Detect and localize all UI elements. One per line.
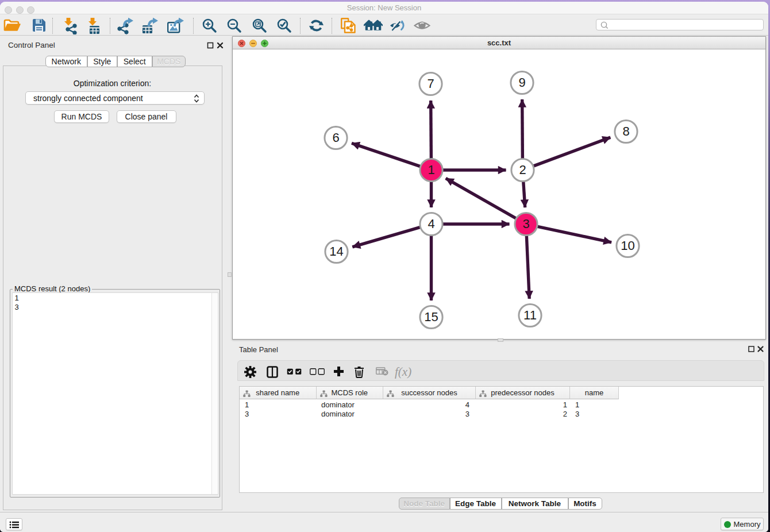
svg-text:14: 14: [329, 244, 343, 259]
svg-text:7: 7: [427, 76, 434, 91]
svg-text:10: 10: [621, 238, 634, 253]
svg-text:8: 8: [622, 124, 629, 138]
svg-text:11: 11: [523, 308, 537, 322]
svg-text:9: 9: [518, 75, 525, 90]
svg-text:6: 6: [332, 130, 339, 145]
svg-text:1: 1: [428, 163, 434, 177]
svg-text:3: 3: [522, 217, 529, 231]
svg-text:15: 15: [424, 310, 438, 324]
svg-text:2: 2: [519, 163, 526, 177]
svg-text:4: 4: [428, 217, 434, 231]
